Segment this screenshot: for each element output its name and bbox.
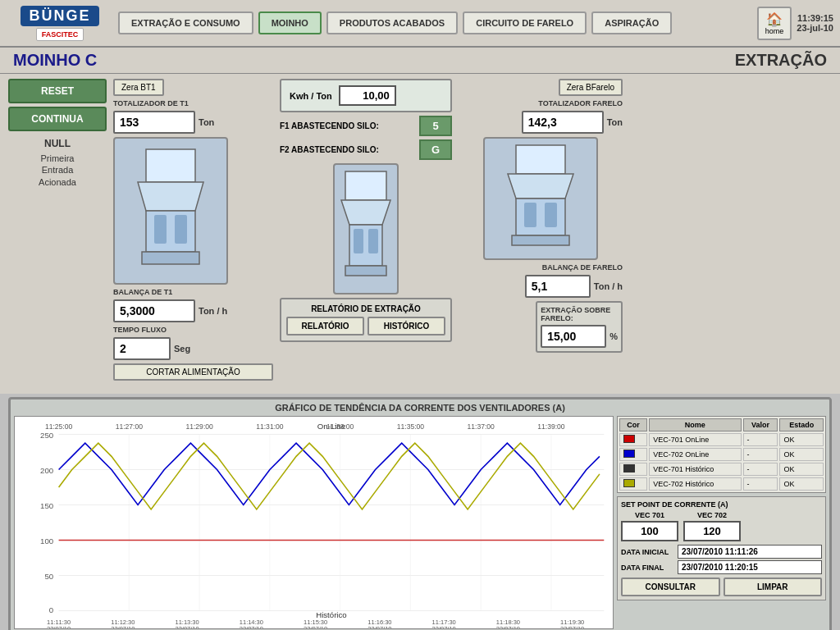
- kwh-box: Kwh / Ton: [280, 79, 452, 112]
- chart-section: GRÁFICO DE TENDÊNCIA DA CORRENTE DOS VEN…: [8, 397, 832, 630]
- svg-text:11:35:00: 11:35:00: [397, 422, 425, 431]
- totalizador-farelo-label: TOTALIZADOR FARELO: [538, 99, 623, 107]
- svg-rect-0: [146, 149, 195, 182]
- svg-rect-12: [516, 145, 565, 174]
- nav-aspiracao[interactable]: ASPIRAÇÃO: [591, 11, 672, 34]
- nav-extracao[interactable]: EXTRAÇÃO E CONSUMO: [118, 11, 253, 34]
- svg-text:23/07/10: 23/07/10: [496, 625, 520, 628]
- svg-text:11:39:00: 11:39:00: [537, 422, 565, 431]
- totalizador-farelo-input[interactable]: [522, 111, 604, 134]
- f2-label: F2 ABASTECENDO SILO:: [280, 145, 416, 154]
- relatorio-box: RELATÓRIO DE EXTRAÇÃO RELATÓRIO HISTÓRIC…: [280, 298, 452, 342]
- home-button[interactable]: 🏠 home: [757, 7, 792, 40]
- svg-rect-15: [512, 235, 569, 245]
- svg-text:23/07/10: 23/07/10: [304, 625, 327, 628]
- consultar-button[interactable]: CONSULTAR: [621, 578, 720, 596]
- f1-silo-row: F1 ABASTECENDO SILO: 5: [280, 116, 452, 136]
- svg-text:250: 250: [40, 431, 53, 440]
- historico-button[interactable]: HISTÓRICO: [368, 317, 445, 336]
- data-final-input[interactable]: [678, 560, 822, 574]
- tempo-fluxo-input[interactable]: [113, 337, 171, 360]
- vec702-sp-input[interactable]: [683, 521, 741, 541]
- svg-rect-4: [154, 215, 167, 244]
- legend-row-vec701-hist: VEC-701 Histórico-OK: [619, 463, 824, 476]
- balanca-farelo-input[interactable]: [525, 275, 591, 298]
- zera-bt1-button[interactable]: Zera BT1: [113, 79, 164, 96]
- legend-row-vec702-online: VEC-702 OnLine-OK: [619, 448, 824, 461]
- tempo-fluxo-unit: Seg: [174, 344, 190, 354]
- svg-marker-7: [341, 200, 390, 225]
- extracao-farelo-unit: %: [609, 331, 618, 341]
- home-icon: 🏠: [766, 11, 783, 27]
- f2-value: G: [419, 139, 452, 160]
- svg-marker-13: [508, 174, 573, 199]
- balanca-farelo-unit: Ton / h: [594, 281, 623, 291]
- center-panel: Kwh / Ton F1 ABASTECENDO SILO: 5 F2 ABAS…: [280, 79, 452, 389]
- svg-text:100: 100: [40, 536, 53, 546]
- time-display: 11:39:15: [797, 13, 833, 23]
- svg-text:11:27:00: 11:27:00: [116, 422, 144, 431]
- svg-text:23/07/10: 23/07/10: [368, 625, 391, 628]
- svg-text:0: 0: [49, 605, 53, 614]
- f2-silo-row: F2 ABASTECENDO SILO: G: [280, 139, 452, 160]
- home-label: home: [765, 27, 784, 35]
- vec702-sp-label: VEC 702: [697, 511, 727, 519]
- extracao-farelo-label: EXTRAÇÃO SOBREFARELO:: [541, 306, 618, 322]
- zera-bfarelo-button[interactable]: Zera BFarelo: [559, 79, 623, 96]
- machine-center-left-image: [333, 163, 399, 294]
- limpar-button[interactable]: LIMPAR: [724, 578, 823, 596]
- svg-text:23/07/10: 23/07/10: [47, 625, 71, 628]
- svg-text:11:33:00: 11:33:00: [326, 422, 354, 431]
- vec701-sp-input[interactable]: [621, 521, 678, 541]
- setpoint-box: SET POINT DE CORRENTE (A) VEC 701 VEC 70…: [617, 496, 826, 600]
- kwh-input[interactable]: [339, 85, 396, 106]
- nav-produtos[interactable]: PRODUTOS ACABADOS: [326, 11, 458, 34]
- subheader: MOINHO C EXTRAÇÃO: [0, 48, 840, 74]
- reset-button[interactable]: RESET: [8, 79, 107, 103]
- chart-right-panel: Cor Nome Valor Estado VEC-701 OnLine-OK …: [617, 416, 826, 629]
- svg-text:11:37:00: 11:37:00: [468, 422, 495, 431]
- balanca-t1-unit: Ton / h: [199, 306, 227, 316]
- legend-row-vec701-online: VEC-701 OnLine-OK: [619, 433, 824, 446]
- nav-moinho[interactable]: MOINHO: [258, 11, 322, 34]
- svg-text:Histórico: Histórico: [316, 610, 347, 619]
- legend-col-estado: Estado: [779, 418, 824, 431]
- clock-area: 11:39:15 23-jul-10: [797, 13, 833, 33]
- left-panel: RESET CONTINUA NULL PrimeiraEntradaAcion…: [8, 79, 107, 389]
- main-content: RESET CONTINUA NULL PrimeiraEntradaAcion…: [0, 74, 840, 394]
- relatorio-button[interactable]: RELATÓRIO: [286, 317, 364, 336]
- kwh-label: Kwh / Ton: [290, 91, 332, 101]
- svg-rect-9: [345, 266, 386, 276]
- setpoint-label: SET POINT DE CORRENTE (A): [621, 500, 822, 509]
- totalizador-t1-input[interactable]: [113, 111, 195, 134]
- entrada-status: PrimeiraEntradaAcionada: [8, 153, 107, 188]
- nav-circuito[interactable]: CIRCUITO DE FARELO: [463, 11, 587, 34]
- totalizador-t1-unit: Ton: [199, 117, 214, 127]
- legend-col-valor: Valor: [743, 418, 778, 431]
- totalizador-t1-label: TOTALIZADOR DE T1: [113, 99, 273, 107]
- svg-rect-16: [524, 203, 536, 227]
- svg-text:11:31:00: 11:31:00: [256, 422, 284, 431]
- svg-rect-17: [545, 203, 557, 227]
- bunge-logo: BÜNGE: [21, 6, 98, 26]
- machine-right-panel: Zera BFarelo TOTALIZADOR FARELO Ton BALA…: [459, 79, 623, 389]
- svg-text:23/07/10: 23/07/10: [560, 625, 584, 628]
- svg-text:200: 200: [40, 466, 53, 475]
- relatorio-title: RELATÓRIO DE EXTRAÇÃO: [286, 304, 445, 313]
- machine-right-image: [483, 137, 598, 260]
- cortar-alimentacao-button[interactable]: CORTAR ALIMENTAÇÃO: [113, 363, 273, 381]
- svg-text:11:29:00: 11:29:00: [185, 422, 213, 431]
- null-status: NULL: [8, 138, 107, 149]
- svg-text:50: 50: [44, 572, 53, 581]
- chart-plot: 250 200 150 100 50 0 On-Line 11:25:00 11…: [14, 416, 614, 629]
- data-inicial-input[interactable]: [678, 545, 822, 559]
- svg-rect-11: [368, 229, 378, 253]
- data-inicial-label: DATA INICIAL: [621, 548, 674, 556]
- svg-text:23/07/10: 23/07/10: [432, 625, 456, 628]
- continua-button[interactable]: CONTINUA: [8, 107, 107, 131]
- balanca-t1-label: BALANÇA DE T1: [113, 288, 273, 296]
- balanca-t1-input[interactable]: [113, 299, 195, 322]
- vec701-sp-label: VEC 701: [635, 511, 664, 519]
- extracao-farelo-input[interactable]: [541, 325, 606, 348]
- legend-col-nome: Nome: [649, 418, 741, 431]
